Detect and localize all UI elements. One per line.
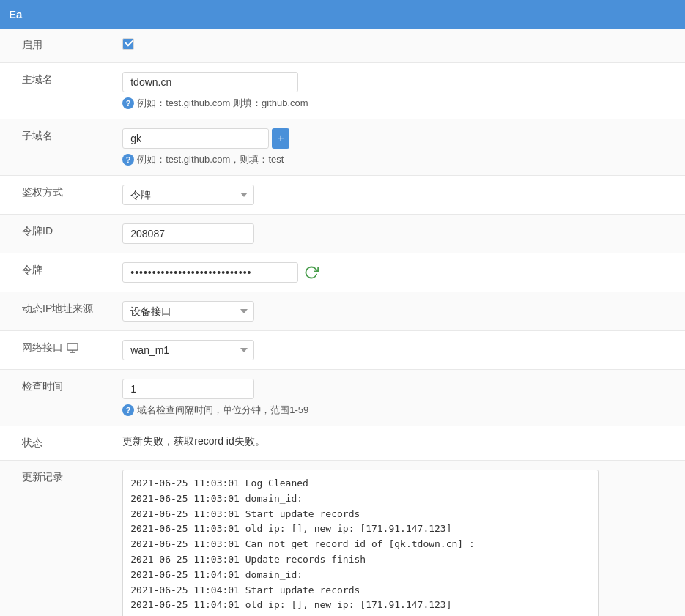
status-text: 更新失败，获取record id失败。 bbox=[122, 432, 264, 447]
value-domain: ? 例如：test.github.com 则填：github.com bbox=[108, 63, 685, 119]
subdomain-hint-icon: ? bbox=[122, 154, 134, 166]
network-label-text: 网络接口 bbox=[22, 341, 63, 355]
value-ip-source: 设备接口 外部URL bbox=[108, 292, 685, 331]
row-ip-source: 动态IP地址来源 设备接口 外部URL bbox=[0, 292, 685, 331]
token-id-input[interactable] bbox=[122, 223, 254, 244]
label-network-interface: 网络接口 bbox=[0, 331, 108, 370]
domain-hint-icon: ? bbox=[122, 97, 134, 109]
subdomain-input[interactable] bbox=[122, 128, 269, 149]
token-refresh-button[interactable] bbox=[303, 264, 320, 281]
log-content: 2021-06-25 11:03:01 Log Cleaned 2021-06-… bbox=[130, 476, 590, 616]
value-token-id bbox=[108, 215, 685, 253]
domain-hint: ? 例如：test.github.com 则填：github.com bbox=[122, 97, 670, 110]
form-table: 启用 主域名 ? 例如：test.github.com 则填：github.co… bbox=[0, 29, 685, 616]
label-enable: 启用 bbox=[0, 29, 108, 63]
label-auth: 鉴权方式 bbox=[0, 176, 108, 215]
row-update-log: 更新记录 2021-06-25 11:03:01 Log Cleaned 202… bbox=[0, 461, 685, 617]
label-status: 状态 bbox=[0, 426, 108, 461]
domain-hint-text: 例如：test.github.com 则填：github.com bbox=[137, 97, 308, 110]
subdomain-hint-text: 例如：test.github.com，则填：test bbox=[137, 153, 284, 166]
row-network-interface: 网络接口 wan_m1 wan_m2 lan bbox=[0, 331, 685, 370]
domain-input[interactable] bbox=[122, 72, 298, 92]
row-domain: 主域名 ? 例如：test.github.com 则填：github.com bbox=[0, 63, 685, 119]
value-check-time: ? 域名检查间隔时间，单位分钟，范围1-59 bbox=[108, 370, 685, 426]
check-time-hint-icon: ? bbox=[122, 404, 134, 416]
value-network-interface: wan_m1 wan_m2 lan bbox=[108, 331, 685, 370]
value-enable bbox=[108, 29, 685, 63]
enable-checkbox[interactable] bbox=[122, 38, 134, 50]
label-token: 令牌 bbox=[0, 253, 108, 292]
page-container: Ea 启用 主域名 ? 例如：test.github.com 则填：github… bbox=[0, 0, 685, 616]
value-auth: 令牌 密码 bbox=[108, 176, 685, 215]
auth-select[interactable]: 令牌 密码 bbox=[122, 185, 254, 205]
monitor-icon bbox=[66, 343, 79, 353]
network-label-wrapper: 网络接口 bbox=[22, 341, 93, 355]
value-status: 更新失败，获取record id失败。 bbox=[108, 426, 685, 461]
log-area[interactable]: 2021-06-25 11:03:01 Log Cleaned 2021-06-… bbox=[122, 470, 599, 616]
label-update-log: 更新记录 bbox=[0, 461, 108, 617]
check-time-hint-text: 域名检查间隔时间，单位分钟，范围1-59 bbox=[137, 404, 308, 417]
check-time-hint: ? 域名检查间隔时间，单位分钟，范围1-59 bbox=[122, 404, 670, 417]
value-subdomain: + ? 例如：test.github.com，则填：test bbox=[108, 119, 685, 176]
network-interface-select[interactable]: wan_m1 wan_m2 lan bbox=[122, 340, 254, 360]
subdomain-add-button[interactable]: + bbox=[272, 128, 289, 149]
svg-rect-0 bbox=[67, 344, 78, 350]
label-check-time: 检查时间 bbox=[0, 370, 108, 426]
refresh-icon bbox=[304, 265, 319, 280]
subdomain-wrapper: + bbox=[122, 128, 670, 149]
label-subdomain: 子域名 bbox=[0, 119, 108, 176]
row-subdomain: 子域名 + ? 例如：test.github.com，则填：test bbox=[0, 119, 685, 176]
label-domain: 主域名 bbox=[0, 63, 108, 119]
row-token: 令牌 bbox=[0, 253, 685, 292]
value-update-log: 2021-06-25 11:03:01 Log Cleaned 2021-06-… bbox=[108, 461, 685, 617]
token-input[interactable] bbox=[122, 262, 298, 283]
value-token bbox=[108, 253, 685, 292]
top-bar: Ea bbox=[0, 0, 685, 29]
row-auth: 鉴权方式 令牌 密码 bbox=[0, 176, 685, 215]
row-enable: 启用 bbox=[0, 29, 685, 63]
token-wrapper bbox=[122, 262, 670, 283]
row-check-time: 检查时间 ? 域名检查间隔时间，单位分钟，范围1-59 bbox=[0, 370, 685, 426]
subdomain-hint: ? 例如：test.github.com，则填：test bbox=[122, 153, 670, 166]
check-time-input[interactable] bbox=[122, 379, 254, 399]
top-bar-label: Ea bbox=[9, 8, 22, 21]
row-status: 状态 更新失败，获取record id失败。 bbox=[0, 426, 685, 461]
label-token-id: 令牌ID bbox=[0, 215, 108, 253]
row-token-id: 令牌ID bbox=[0, 215, 685, 253]
label-ip-source: 动态IP地址来源 bbox=[0, 292, 108, 331]
ip-source-select[interactable]: 设备接口 外部URL bbox=[122, 301, 254, 322]
